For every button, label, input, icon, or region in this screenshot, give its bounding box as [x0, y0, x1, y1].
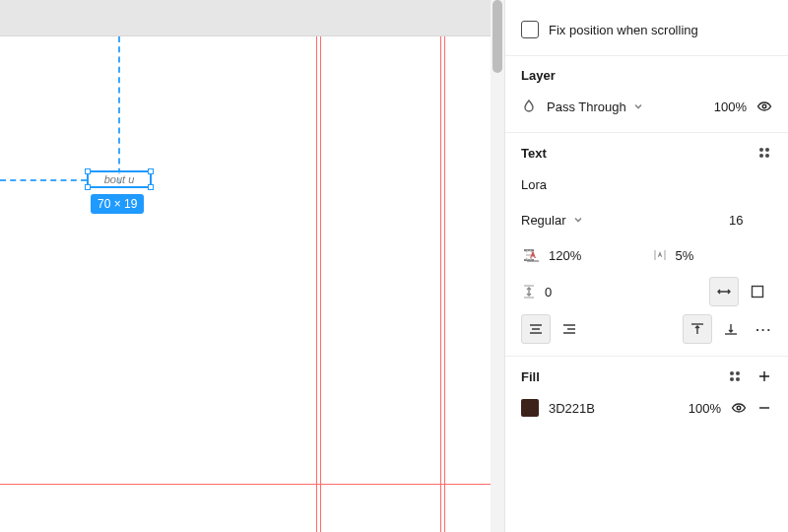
svg-point-1	[760, 149, 763, 152]
svg-point-0	[762, 104, 766, 108]
svg-point-11	[737, 406, 741, 410]
add-fill-button[interactable]	[756, 368, 772, 384]
fill-color-swatch[interactable]	[521, 399, 539, 417]
blend-mode-icon	[521, 99, 537, 114]
font-family-select[interactable]: Lora	[521, 177, 772, 192]
blend-mode-value: Pass Through	[547, 100, 626, 114]
svg-point-10	[737, 378, 740, 381]
selected-text-preview: bout u	[104, 174, 135, 185]
align-top-button[interactable]	[683, 314, 712, 344]
svg-rect-6	[753, 287, 763, 298]
line-height-icon	[525, 247, 541, 263]
resize-handle-se[interactable]	[148, 184, 154, 190]
smart-guide-horizontal	[0, 179, 87, 181]
paragraph-spacing-icon	[521, 284, 537, 299]
letter-spacing-icon	[652, 247, 668, 263]
smart-guide-vertical	[118, 36, 120, 184]
canvas-scrollbar[interactable]	[491, 0, 504, 532]
selected-text-node[interactable]: bout u	[87, 170, 152, 188]
svg-point-8	[737, 372, 740, 375]
canvas-chrome-strip	[0, 0, 504, 35]
artboard[interactable]: bout u 70 × 19	[0, 35, 504, 532]
auto-width-button[interactable]	[709, 277, 739, 306]
font-style-value: Regular	[521, 213, 566, 228]
align-right-button[interactable]	[555, 314, 584, 344]
remove-fill-button[interactable]	[756, 400, 772, 416]
line-height-input[interactable]: 120%	[549, 248, 581, 263]
font-style-select[interactable]: Regular	[521, 213, 583, 228]
scrollbar-thumb[interactable]	[492, 0, 502, 73]
section-fill: Fill 3D221B 100%	[505, 357, 788, 433]
chevron-down-icon	[633, 100, 643, 109]
svg-point-7	[731, 372, 734, 375]
layer-opacity-input[interactable]: 100%	[703, 100, 747, 114]
align-bottom-button[interactable]	[716, 314, 746, 344]
text-more-options[interactable]: ···	[755, 322, 772, 337]
fill-styles-button[interactable]	[727, 368, 743, 384]
fill-color-hex[interactable]: 3D221B	[549, 401, 595, 416]
svg-point-2	[766, 149, 769, 152]
svg-point-9	[731, 378, 734, 381]
inspector-panel: Fix position when scrolling Layer Pass T…	[504, 0, 788, 532]
type-details-button[interactable]	[756, 145, 772, 161]
layout-guide-vertical	[320, 36, 321, 532]
section-text: Text Lora Regular 16 A	[505, 133, 788, 357]
fix-position-label: Fix position when scrolling	[549, 23, 698, 37]
text-section-title: Text	[521, 146, 547, 161]
paragraph-spacing-input[interactable]: 0	[545, 285, 552, 299]
align-center-button[interactable]	[521, 314, 551, 344]
fix-position-checkbox[interactable]	[521, 21, 539, 38]
text-align-horizontal-group	[521, 314, 584, 344]
resize-handle-ne[interactable]	[148, 168, 154, 174]
fixed-size-button[interactable]	[743, 277, 772, 306]
fill-visibility-toggle[interactable]	[731, 400, 747, 416]
layer-section-title: Layer	[521, 68, 556, 83]
section-constraints: Fix position when scrolling	[505, 0, 788, 56]
design-canvas[interactable]: bout u 70 × 19	[0, 0, 504, 532]
layout-guide-vertical	[444, 36, 445, 532]
fill-opacity-input[interactable]: 100%	[689, 401, 721, 416]
font-size-input[interactable]: 16	[729, 213, 772, 228]
resize-handle-sw[interactable]	[85, 184, 91, 190]
text-align-vertical-group	[683, 314, 746, 344]
section-layer: Layer Pass Through 100%	[505, 56, 788, 133]
svg-point-3	[760, 155, 763, 158]
svg-point-4	[766, 155, 769, 158]
layout-guide-vertical	[316, 36, 317, 532]
layout-guide-vertical	[440, 36, 441, 532]
letter-spacing-input[interactable]: 5%	[676, 248, 694, 263]
chevron-down-icon	[573, 213, 583, 223]
fill-section-title: Fill	[521, 369, 540, 384]
visibility-toggle[interactable]	[756, 99, 772, 114]
layout-guide-horizontal	[0, 484, 503, 485]
resize-handle-nw[interactable]	[85, 168, 91, 174]
blend-mode-select[interactable]: Pass Through	[547, 100, 693, 114]
text-resize-group	[709, 277, 772, 306]
selection-dimensions-badge: 70 × 19	[91, 194, 144, 214]
